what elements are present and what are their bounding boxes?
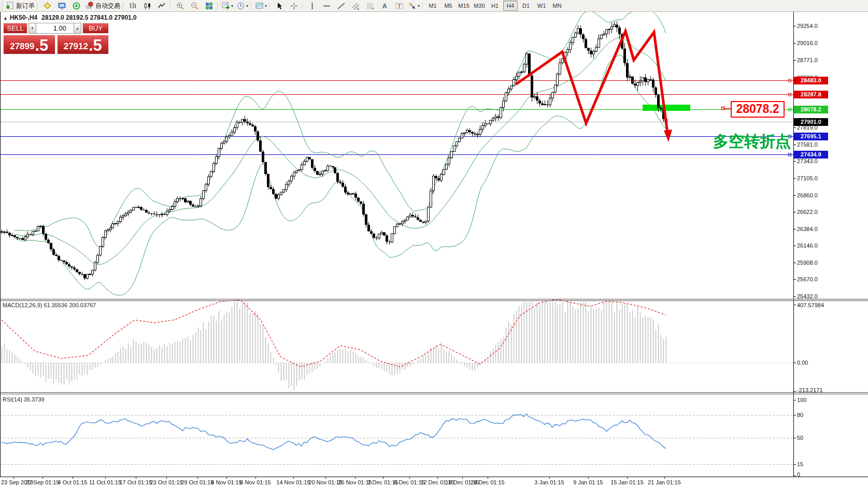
svg-text:T: T [397,3,401,9]
toolbar-separator [251,2,252,10]
bar-chart-icon [129,2,137,10]
collapse-panel-icon[interactable]: ▲ [3,16,8,21]
volume-input[interactable]: 1.00 [36,23,74,34]
timeframe-button-h1[interactable]: H1 [488,1,502,11]
new-chart-icon [221,2,230,10]
time-axis-label: 23 Oct 01:15 [150,479,183,486]
price-axis-label: 27581.0 [797,141,818,148]
symbol-name: HK50-,H4 [10,14,37,21]
candlestick-chart-button[interactable] [140,0,154,11]
rsi-axis-label: 100 [797,396,806,404]
arrows-button[interactable]: ▾ [406,0,421,11]
trendline-button[interactable] [334,0,348,11]
timeframe-button-m30[interactable]: M30 [472,1,487,11]
text-button[interactable]: A [377,0,392,11]
buy-price-main: 27912 [64,41,88,52]
cursor-icon [275,2,284,10]
svg-text:F: F [372,7,374,10]
tile-windows-button[interactable] [202,0,216,11]
timeframe-button-m5[interactable]: M5 [441,1,456,11]
time-axis-label: 3 Jan 01:15 [534,479,564,486]
time-axis-label: 4 Oct 01:15 [58,479,88,486]
price-axis-label: 28771.0 [797,56,818,64]
templates-button[interactable]: ▾ [253,0,268,11]
new-order-icon [6,2,15,10]
signals-button[interactable] [69,0,83,11]
timeframe-button-m15[interactable]: M15 [457,1,471,11]
time-axis-label: 4 Nov 01:15 [211,479,241,486]
cursor-button[interactable] [272,0,287,11]
pivot-point-text: 多空转折点 [713,131,791,152]
candlestick-chart-icon [143,2,152,10]
crosshair-button[interactable] [287,0,301,11]
terminal-button[interactable] [54,0,69,11]
time-axis-label: 21 Jan 01:15 [648,479,681,486]
horizontal-line-icon [322,2,331,10]
toolbar-separator [217,2,218,10]
line-chart-button[interactable] [154,0,169,11]
level-price-tag: 27695.1 [794,133,828,140]
main-toolbar: 新订单自动交易▾▾▾EFAT▾M1M5M15M30H1H4D1W1MN [0,0,868,12]
timeframe-button-d1[interactable]: D1 [519,1,533,11]
price-axis-label: 25432.0 [797,293,818,300]
fibonacci-button[interactable]: F [363,0,377,11]
timeframe-button-w1[interactable]: W1 [534,1,549,11]
sell-price-frac: .5 [35,38,48,53]
tile-windows-icon [205,2,214,10]
text-label-button[interactable]: T [392,0,406,11]
templates-icon [255,2,264,10]
text-label-icon: T [395,2,404,10]
sell-price-main: 27899 [10,41,34,52]
zoom-out-button[interactable] [187,0,202,11]
price-axis-label: 26622.0 [797,208,818,216]
current-price-tag: 27901.0 [794,118,828,126]
buy-price-display[interactable]: 27912 .5 [57,35,109,54]
periods-button[interactable]: ▾ [235,0,250,11]
chart-canvas[interactable] [0,0,868,488]
time-axis-label: 14 Nov 01:15 [276,479,310,486]
price-axis-label: 29016.0 [797,39,818,47]
buy-price-frac: .5 [89,38,102,53]
trading-platform-window: 新订单自动交易▾▾▾EFAT▾M1M5M15M30H1H4D1W1MN ▲HK5… [0,0,868,488]
volume-increase-button[interactable]: ▲ [74,23,81,34]
time-axis-label: 20 Nov 01:15 [308,479,342,486]
timeframe-button-m1[interactable]: M1 [425,1,440,11]
sell-price-display[interactable]: 27899 .5 [3,35,55,54]
autotrading-button[interactable]: 自动交易 [83,0,122,11]
new-chart-button[interactable]: ▾ [220,0,235,11]
zoom-in-button[interactable] [173,0,187,11]
timeframe-button-mn[interactable]: MN [550,1,564,11]
zoom-in-icon [176,2,184,10]
bar-chart-button[interactable] [125,0,140,11]
autotrading-icon [85,2,94,10]
svg-text:E: E [357,7,359,10]
one-click-trading-panel: SELL ▼ 1.00 ▲ BUY 27899 .5 27912 .5 [3,23,109,54]
horizontal-line-button[interactable] [319,0,334,11]
macd-indicator-label: MACD(12,26,9) 61.35536 200.03767 [3,302,96,308]
price-callout-box: 28078.2 [731,101,785,118]
rsi-indicator-label: RSI(14) 35.3739 [3,396,45,403]
level-price-tag: 28078.2 [794,106,828,113]
time-axis-label: 24 Dec 01:15 [471,479,504,486]
new-order-button[interactable]: 新订单 [4,0,36,11]
toolbar-separator [170,2,171,10]
symbol-header: ▲HK50-,H428129.0 28192.5 27841.0 27901.0 [3,14,137,21]
price-axis-label: 26146.0 [797,242,818,249]
rsi-axis-label: 0 [797,471,800,478]
rsi-axis-label: 50 [797,434,803,441]
sell-button[interactable]: SELL [3,23,27,34]
buy-button[interactable]: BUY [82,23,109,34]
volume-decrease-button[interactable]: ▼ [29,23,36,34]
price-axis-label: 27105.0 [797,175,818,182]
time-axis-label: 27 Sep 01:15 [25,479,59,486]
equidistant-channel-button[interactable]: E [348,0,363,11]
time-axis-label: 9 Jan 01:15 [573,479,603,486]
vertical-line-button[interactable] [305,0,319,11]
level-price-tag: 28483.0 [794,77,828,84]
metaeditor-button[interactable] [40,0,54,11]
timeframe-button-h4[interactable]: H4 [503,1,518,11]
toolbar-separator [269,2,271,10]
crosshair-icon [290,2,298,10]
toolbar-separator [123,2,124,10]
time-axis-label: 11 Oct 01:15 [89,479,121,486]
